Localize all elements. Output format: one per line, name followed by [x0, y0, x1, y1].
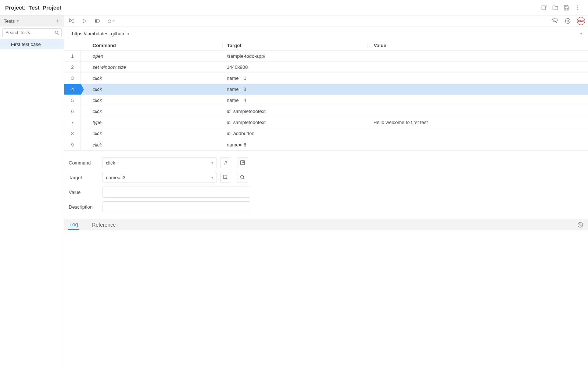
app-root: Project: Test_Project Tests	[0, 0, 588, 368]
row-number: 6	[64, 106, 81, 117]
workspace: Tests First test case	[0, 15, 588, 368]
svg-point-2	[577, 7, 578, 8]
disable-breakpoints-button[interactable]	[551, 17, 559, 25]
row-number: 2	[64, 62, 81, 72]
row-command: click	[81, 86, 222, 92]
row-target: /sample-todo-app/	[222, 53, 368, 59]
header-value: Value	[368, 43, 588, 48]
table-row[interactable]: 6clickid=sampletodotext	[64, 106, 588, 117]
row-number: 4	[64, 84, 81, 95]
table-row[interactable]: 2set window size1440x900	[64, 62, 588, 73]
chevron-down-icon	[112, 20, 115, 22]
row-command: click	[81, 109, 222, 114]
base-url-input[interactable]: https://lambdatest.github.io	[68, 29, 584, 38]
save-icon[interactable]	[561, 2, 572, 13]
table-row[interactable]: 1open/sample-todo-app/	[64, 51, 588, 62]
table-row[interactable]: 9clickname=li6	[64, 139, 588, 150]
open-folder-icon[interactable]	[550, 2, 561, 13]
description-input[interactable]	[103, 201, 250, 212]
description-label: Description	[69, 204, 99, 210]
target-label: Target	[69, 175, 99, 180]
row-number: 8	[64, 128, 81, 139]
run-current-button[interactable]	[80, 17, 89, 25]
table-row[interactable]: 4clickname=li3	[64, 84, 588, 95]
table-row[interactable]: 5clickname=li4	[64, 95, 588, 106]
target-select[interactable]: name=li3▾	[103, 172, 216, 183]
comment-symbol: //	[224, 160, 227, 166]
open-new-window-button[interactable]	[237, 157, 248, 168]
command-table-body: 1open/sample-todo-app/2set window size14…	[64, 51, 588, 151]
command-select[interactable]: click▾	[103, 157, 216, 168]
base-url-text: https://lambdatest.github.io	[72, 31, 129, 36]
tab-log[interactable]: Log	[68, 219, 79, 230]
header-command: Command	[81, 43, 222, 48]
target-select-value: name=li3	[106, 175, 125, 180]
row-number: 1	[64, 51, 81, 61]
row-number: 9	[64, 139, 81, 150]
row-command: click	[81, 142, 222, 148]
table-row[interactable]: 3clickname=li1	[64, 73, 588, 84]
chevron-down-icon: ▾	[211, 176, 213, 180]
row-number: 5	[64, 95, 81, 106]
project-label: Project:	[5, 4, 26, 11]
tab-reference[interactable]: Reference	[90, 219, 117, 230]
table-row[interactable]: 8clickid=addbutton	[64, 128, 588, 139]
row-target: 1440x900	[222, 64, 368, 70]
more-menu-icon[interactable]	[572, 2, 583, 13]
find-target-button[interactable]	[237, 172, 248, 183]
record-button[interactable]: REC	[577, 17, 585, 25]
row-target: name=li3	[222, 86, 368, 92]
row-command: click	[81, 75, 222, 81]
svg-point-11	[241, 176, 244, 178]
url-row: https://lambdatest.github.io ▾	[64, 26, 588, 40]
svg-point-3	[577, 9, 578, 10]
row-command: set window size	[81, 64, 222, 70]
clear-log-button[interactable]	[576, 221, 584, 229]
row-command: open	[81, 53, 222, 59]
select-element-button[interactable]	[220, 172, 231, 183]
header-target: Target	[222, 43, 368, 48]
main-panel: REC https://lambdatest.github.io ▾ Comma…	[64, 15, 588, 368]
row-value: Hello welcome to first test	[368, 120, 588, 125]
search-icon	[54, 30, 60, 35]
bottom-tabs: Log Reference	[64, 219, 588, 230]
svg-point-4	[55, 31, 58, 33]
row-target: name=li4	[222, 98, 368, 103]
test-item[interactable]: First test case	[0, 39, 64, 49]
add-test-button[interactable]	[55, 18, 60, 24]
row-target: name=li6	[222, 142, 368, 148]
svg-point-8	[565, 18, 570, 24]
row-target: name=li1	[222, 75, 368, 81]
value-label: Value	[69, 190, 99, 195]
toggle-comment-button[interactable]: //	[220, 157, 231, 168]
row-command: click	[81, 98, 222, 103]
speed-dropdown[interactable]	[107, 17, 115, 25]
svg-point-1	[577, 5, 578, 6]
new-project-icon[interactable]	[539, 2, 550, 13]
step-button[interactable]	[94, 17, 102, 25]
run-all-button[interactable]	[67, 17, 75, 25]
svg-rect-0	[542, 6, 546, 10]
row-target: id=sampletodotext	[222, 109, 368, 114]
log-area	[64, 230, 588, 368]
table-row[interactable]: 7typeid=sampletodotextHello welcome to f…	[64, 117, 588, 128]
svg-rect-5	[95, 19, 97, 20]
pause-button[interactable]	[564, 17, 572, 25]
row-command: type	[81, 120, 222, 125]
tests-title-text: Tests	[4, 18, 15, 24]
command-select-value: click	[106, 160, 115, 166]
search-input[interactable]	[2, 28, 62, 37]
row-number: 7	[64, 117, 81, 128]
project-bar: Project: Test_Project	[0, 0, 588, 15]
row-number: 3	[64, 73, 81, 84]
tests-search	[0, 26, 64, 39]
project-name: Test_Project	[29, 4, 61, 11]
chevron-down-icon[interactable]: ▾	[580, 32, 582, 36]
chevron-down-icon: ▾	[211, 161, 213, 165]
value-input[interactable]	[103, 187, 250, 198]
tests-title[interactable]: Tests	[4, 18, 55, 24]
toolbar: REC	[64, 15, 588, 26]
command-form: Command click▾ // Target name=li3▾ Value…	[64, 151, 588, 219]
tests-header: Tests	[0, 15, 64, 26]
command-table-header: Command Target Value	[64, 40, 588, 51]
